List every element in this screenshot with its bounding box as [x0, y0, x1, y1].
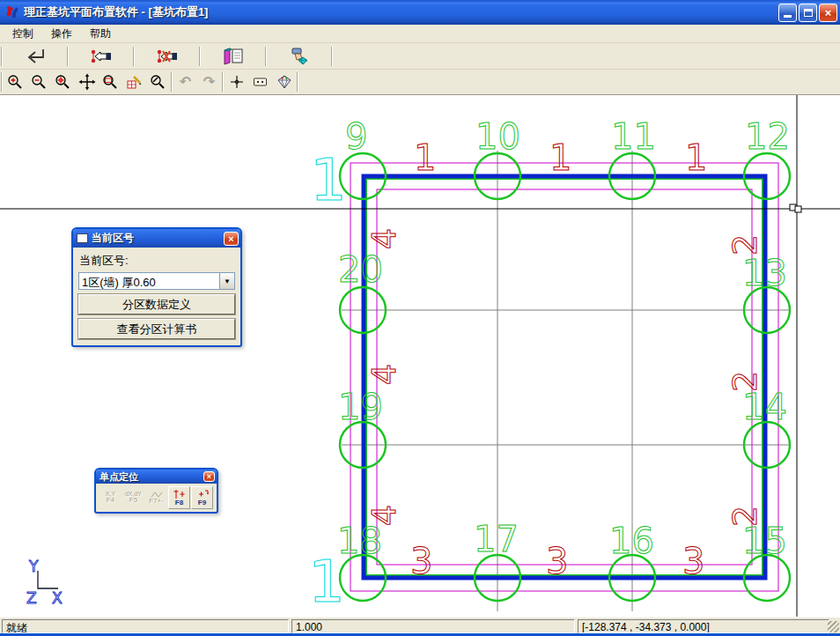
locate-xy-key: F4: [107, 497, 114, 505]
segment-label: 4: [365, 505, 403, 526]
anchor-number: 19: [338, 387, 383, 427]
toolbar-separator: [331, 47, 333, 66]
zone-data-define-button[interactable]: 分区数据定义: [78, 294, 235, 314]
wall-rect: [364, 176, 765, 578]
undo-icon: ↶: [180, 75, 191, 89]
dialog-close-icon[interactable]: ×: [224, 232, 239, 246]
locate-track-button[interactable]: F9: [191, 486, 213, 509]
anchor-number: 10: [475, 116, 520, 157]
locate-snap-button[interactable]: F8: [168, 486, 190, 509]
menu-help[interactable]: 帮助: [81, 25, 120, 43]
toolbar-separator: [171, 72, 173, 92]
zone-number-label: 1: [308, 548, 345, 616]
zone-select-value: 1区(墙) 厚0.60: [79, 273, 219, 289]
segment-label: 2: [726, 506, 764, 527]
combo-dropdown-button[interactable]: ▼: [219, 273, 234, 289]
zoom-window-button[interactable]: [99, 71, 122, 92]
palette-close-icon[interactable]: ×: [203, 471, 215, 482]
point-locate-titlebar[interactable]: 单点定位 ×: [96, 470, 217, 484]
zoom-in-icon: [6, 73, 26, 91]
current-zone-dialog: 当前区号 × 当前区号: 1区(墙) 厚0.60 ▼ 分区数据定义 查看分区计算…: [71, 227, 242, 347]
toolbar-separator: [199, 47, 201, 66]
pick-point-icon: [88, 46, 114, 67]
pan-button[interactable]: [75, 71, 99, 92]
gem-button[interactable]: [272, 71, 296, 92]
app-icon: [4, 4, 20, 20]
menu-operate[interactable]: 操作: [42, 25, 81, 43]
toolbar-grip: [1, 72, 3, 92]
axis-triad: [38, 571, 58, 588]
drawing-canvas[interactable]: 9101112131415161718192011133344422211YZX…: [0, 95, 840, 617]
current-zone-dialog-titlebar[interactable]: 当前区号 ×: [73, 229, 240, 248]
redraw-icon: [125, 73, 144, 91]
node-box-button[interactable]: [248, 71, 272, 92]
point-snap-icon: [227, 73, 247, 91]
segment-label: 4: [365, 228, 403, 249]
zone-data-button[interactable]: [202, 45, 264, 68]
dialog-window-icon: [77, 233, 88, 243]
node-box-icon: [251, 73, 270, 91]
return-icon: [22, 46, 48, 67]
close-button[interactable]: ×: [819, 4, 837, 22]
current-zone-dialog-title: 当前区号: [92, 231, 224, 246]
resize-grip-icon[interactable]: [828, 621, 839, 632]
pick-box: [795, 206, 801, 212]
zoom-out-icon: [30, 73, 49, 91]
zoom-in-button[interactable]: [4, 71, 27, 92]
locate-snap-key: F8: [175, 499, 183, 507]
pick-point-cancel-button[interactable]: [136, 45, 198, 68]
anchor-number: 20: [338, 249, 383, 290]
minimize-button[interactable]: [778, 4, 797, 22]
axis-label-x: X: [52, 589, 63, 607]
locate-dxdy-key: F5: [129, 497, 137, 505]
redraw-button[interactable]: [122, 71, 146, 92]
segment-label: 2: [726, 234, 764, 255]
snap-cross-icon: [173, 489, 187, 499]
toolbar-separator: [67, 47, 69, 66]
locate-track-key: F9: [198, 499, 206, 507]
zoom-previous-button[interactable]: [146, 71, 170, 92]
segment-label: 2: [726, 371, 764, 392]
locate-xy-button[interactable]: X,Y F4: [99, 486, 122, 509]
toolbar-separator: [133, 47, 135, 66]
menu-bar: 控制 操作 帮助: [0, 25, 840, 43]
menu-control[interactable]: 控制: [4, 25, 42, 43]
segment-label: 3: [682, 541, 704, 581]
pick-point-button[interactable]: [70, 45, 132, 68]
return-button[interactable]: [4, 45, 66, 68]
locate-angle-button[interactable]: F7+-: [145, 486, 167, 509]
view-toolbar: ↶ ↷: [0, 70, 840, 95]
zoom-previous-icon: [149, 73, 168, 91]
toolbar-grip: [1, 47, 3, 66]
status-scale: 1.000: [291, 619, 575, 633]
anchor-number: 16: [609, 521, 654, 561]
redo-button[interactable]: ↷: [197, 71, 221, 92]
zone-report-button[interactable]: 查看分区计算书: [78, 319, 235, 339]
status-ready: 就绪: [2, 619, 289, 633]
locate-dxdy-button[interactable]: dX,dY F5: [122, 486, 144, 509]
window-title: 理正基坑平面布置软件 - [基坑布置1]: [24, 4, 778, 20]
undo-button[interactable]: ↶: [173, 71, 197, 92]
title-bar: 理正基坑平面布置软件 - [基坑布置1] ×: [0, 0, 840, 25]
toolbar-separator: [265, 47, 267, 66]
zoom-out-button[interactable]: [27, 71, 51, 92]
gem-icon: [275, 73, 294, 91]
maximize-icon: [804, 9, 813, 17]
close-icon: ×: [825, 6, 832, 19]
axis-label-z: Z: [26, 589, 37, 607]
zone-highlight: [366, 179, 763, 575]
pan-icon: [77, 73, 97, 91]
maximize-button[interactable]: [799, 4, 817, 22]
segment-label: 3: [546, 541, 568, 581]
axis-label-y: Y: [28, 558, 39, 575]
point-snap-button[interactable]: [225, 71, 248, 92]
zoom-extents-button[interactable]: [51, 71, 75, 92]
pick-point-cancel-icon: [154, 46, 181, 67]
redo-icon: ↷: [203, 75, 215, 89]
segment-label: 1: [685, 137, 707, 178]
zone-select-combobox[interactable]: 1区(墙) 厚0.60 ▼: [78, 272, 235, 290]
view-result-button[interactable]: [268, 45, 330, 68]
pick-result-gem-icon: [286, 46, 313, 67]
anchor-number: 11: [611, 116, 656, 157]
zone-data-book-icon: [220, 46, 247, 67]
